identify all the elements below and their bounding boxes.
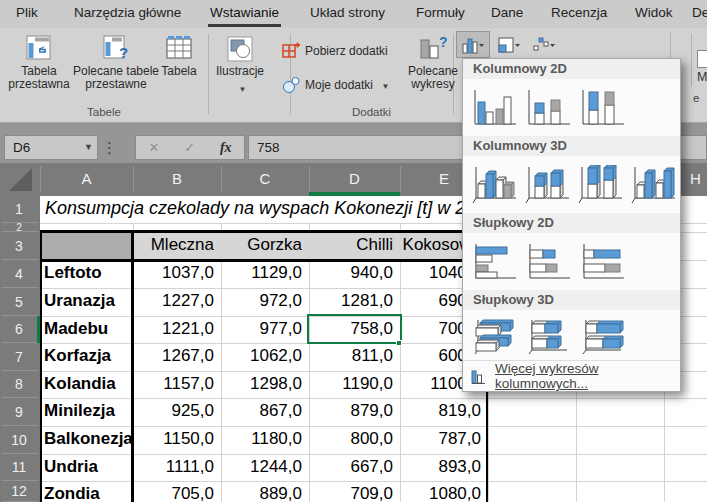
cell-value[interactable]: 1244,0 xyxy=(221,457,302,477)
insert-hierarchy-chart-button[interactable] xyxy=(493,32,525,57)
row-header-4[interactable]: 4 xyxy=(0,260,38,288)
cell-value[interactable]: 709,0 xyxy=(309,484,393,502)
row-header-12[interactable]: 12 xyxy=(0,481,38,502)
cell-value[interactable]: 1129,0 xyxy=(221,263,302,283)
cell-value[interactable]: 1267,0 xyxy=(133,346,214,366)
cell-value[interactable]: 1221,0 xyxy=(133,319,214,339)
insert-column-chart-button[interactable] xyxy=(457,32,489,57)
cell-island-name[interactable]: Minilezja xyxy=(44,401,130,421)
cell-value[interactable]: 1150,0 xyxy=(133,429,214,449)
row-header-6[interactable]: 6 xyxy=(0,316,38,343)
cell-value[interactable]: 819,0 xyxy=(400,401,481,421)
ribbon-tab-recenzja[interactable]: Recenzja xyxy=(551,0,607,28)
cell-value[interactable]: 1062,0 xyxy=(221,346,302,366)
cell-island-name[interactable]: Undria xyxy=(44,457,130,477)
cell-island-name[interactable]: Uranazja xyxy=(44,291,130,311)
cell-value[interactable]: 1180,0 xyxy=(221,429,302,449)
cell-island-name[interactable]: Kolandia xyxy=(44,374,130,394)
cell-value[interactable]: 1037,0 xyxy=(133,263,214,283)
row-header-9[interactable]: 9 xyxy=(0,398,38,426)
cell-value[interactable]: 1227,0 xyxy=(133,291,214,311)
selected-cell-D6[interactable] xyxy=(307,314,402,344)
cell-value[interactable]: 1190,0 xyxy=(309,374,393,394)
ribbon-tab-plik[interactable]: Plik xyxy=(16,0,38,28)
row-header-5[interactable]: 5 xyxy=(0,288,38,316)
ribbon-tab-układ-strony[interactable]: Układ strony xyxy=(310,0,385,28)
cell-island-name[interactable]: Balkonezja xyxy=(44,429,130,449)
cell-value[interactable]: 977,0 xyxy=(221,319,302,339)
illustrations-button[interactable]: Ilustracje ▼ xyxy=(212,32,268,118)
cell-value[interactable]: 893,0 xyxy=(400,457,481,477)
column-header-D[interactable]: D xyxy=(309,163,400,195)
chart-thumb-column-3d[interactable] xyxy=(627,161,680,209)
cell-value[interactable]: 940,0 xyxy=(309,263,393,283)
row-header-7[interactable]: 7 xyxy=(0,343,38,371)
cell-value[interactable]: 667,0 xyxy=(309,457,393,477)
my-addins-label: Moje dodatki xyxy=(305,78,373,92)
chart-thumb-stacked-column-3d[interactable] xyxy=(520,161,573,209)
insert-function-icon[interactable]: fx xyxy=(220,136,232,159)
row-header-1[interactable]: 1 xyxy=(0,196,38,223)
chart-thumb-clustered-column-3d[interactable] xyxy=(467,161,520,209)
column-header-separator xyxy=(133,166,134,193)
column-header-A[interactable]: A xyxy=(40,163,133,195)
ribbon-tab-dane[interactable]: Dane xyxy=(491,0,523,28)
column-header-B[interactable]: B xyxy=(133,163,221,195)
row-header-8[interactable]: 8 xyxy=(0,371,38,398)
cell-value[interactable]: 925,0 xyxy=(133,401,214,421)
chart-thumb-stacked100-column[interactable] xyxy=(575,84,629,132)
chart-thumb-stacked-bar-3d[interactable] xyxy=(521,312,575,360)
name-box-dropdown-icon[interactable]: ▼ xyxy=(84,136,93,159)
chart-thumb-clustered-bar[interactable] xyxy=(467,238,521,286)
cell-value[interactable]: 787,0 xyxy=(400,429,481,449)
cell-value[interactable]: 972,0 xyxy=(221,291,302,311)
chart-thumb-stacked100-bar-3d[interactable] xyxy=(575,312,629,360)
row-header-3[interactable]: 3 xyxy=(0,232,38,260)
cell-island-name[interactable]: Korfazja xyxy=(44,346,130,366)
cell-value[interactable]: 1080,0 xyxy=(400,484,481,502)
chart-thumb-clustered-column[interactable] xyxy=(467,84,521,132)
formula-bar-handle-icon[interactable]: ⋮ xyxy=(102,137,117,159)
more-column-charts-item[interactable]: Więcej wykresów kolumnowych... xyxy=(463,360,680,391)
get-addins-button[interactable]: Pobierz dodatki xyxy=(282,40,388,62)
cell-value[interactable]: 1157,0 xyxy=(133,374,214,394)
cancel-entry-icon[interactable]: ✕ xyxy=(148,136,159,159)
ribbon-tab-wstawianie[interactable]: Wstawianie xyxy=(210,0,279,28)
row-header-11[interactable]: 11 xyxy=(0,454,38,481)
cell-value[interactable]: 705,0 xyxy=(133,484,214,502)
column-header-H[interactable]: H xyxy=(684,163,707,195)
confirm-entry-icon[interactable]: ✓ xyxy=(184,136,195,159)
ribbon-tab-formuły[interactable]: Formuły xyxy=(416,0,465,28)
chart-thumb-clustered-bar-3d[interactable] xyxy=(467,312,521,360)
cell-value[interactable]: 1298,0 xyxy=(221,374,302,394)
table-header-gorzka[interactable]: Gorzka xyxy=(221,235,302,255)
cell-value[interactable]: 879,0 xyxy=(309,401,393,421)
chart-thumb-stacked-bar[interactable] xyxy=(521,238,575,286)
cell-value[interactable]: 1281,0 xyxy=(309,291,393,311)
corner-header-cell[interactable] xyxy=(41,233,132,260)
table-header-mleczna[interactable]: Mleczna xyxy=(133,235,214,255)
cell-value[interactable]: 800,0 xyxy=(309,429,393,449)
ribbon-tab-deweloper[interactable]: Deweloper xyxy=(692,0,707,28)
insert-waterfall-chart-button[interactable] xyxy=(528,32,560,57)
cell-value[interactable]: 889,0 xyxy=(221,484,302,502)
name-box[interactable]: D6 ▼ xyxy=(4,135,98,160)
cell-island-name[interactable]: Leftoto xyxy=(44,263,130,283)
cell-island-name[interactable]: Zondia xyxy=(44,484,130,502)
selection-fill-handle[interactable] xyxy=(396,340,402,346)
ribbon-tab-widok[interactable]: Widok xyxy=(635,0,673,28)
column-header-C[interactable]: C xyxy=(221,163,309,195)
chart-thumb-stacked100-column-3d[interactable] xyxy=(574,161,627,209)
cell-island-name[interactable]: Madebu xyxy=(44,319,130,339)
ribbon-tab-narzędzia-główne[interactable]: Narzędzia główne xyxy=(74,0,181,28)
cell-value[interactable]: 811,0 xyxy=(309,346,393,366)
row-header-10[interactable]: 10 xyxy=(0,426,38,454)
my-addins-button[interactable]: Moje dodatki ▼ xyxy=(282,74,389,96)
cell-value[interactable]: 867,0 xyxy=(221,401,302,421)
select-all-button[interactable] xyxy=(0,163,40,196)
recommended-charts-button[interactable]: ? Polecanewykresy xyxy=(404,32,462,118)
table-header-chilli[interactable]: Chilli xyxy=(309,235,393,255)
cell-value[interactable]: 1111,0 xyxy=(133,457,214,477)
chart-thumb-stacked100-bar[interactable] xyxy=(575,238,629,286)
chart-thumb-stacked-column[interactable] xyxy=(521,84,575,132)
